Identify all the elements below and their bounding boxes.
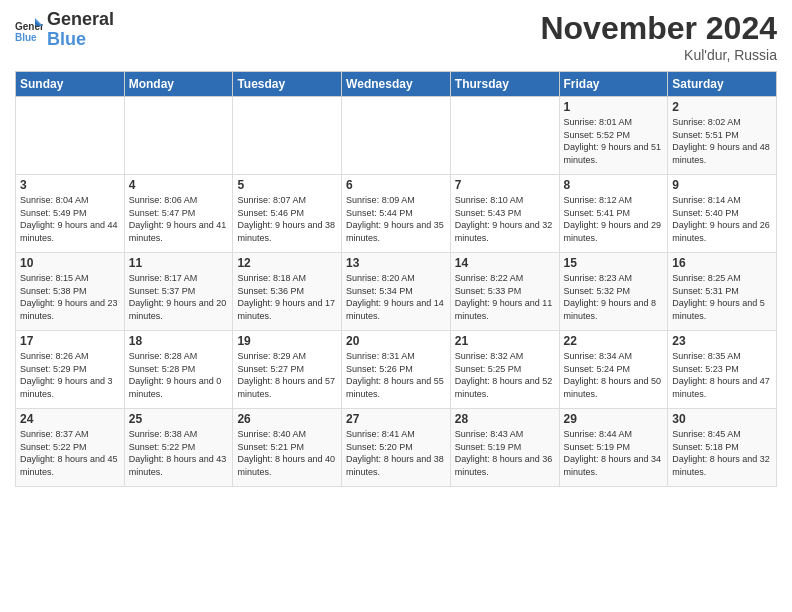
calendar-body: 1 Sunrise: 8:01 AM Sunset: 5:52 PM Dayli… xyxy=(16,97,777,487)
calendar-cell: 27 Sunrise: 8:41 AM Sunset: 5:20 PM Dayl… xyxy=(342,409,451,487)
sunrise-text: Sunrise: 8:43 AM xyxy=(455,428,555,441)
calendar-cell xyxy=(450,97,559,175)
day-number: 20 xyxy=(346,334,446,348)
sunset-text: Sunset: 5:22 PM xyxy=(129,441,229,454)
daylight-text: Daylight: 8 hours and 36 minutes. xyxy=(455,453,555,478)
calendar-cell: 1 Sunrise: 8:01 AM Sunset: 5:52 PM Dayli… xyxy=(559,97,668,175)
cell-info: Sunrise: 8:01 AM Sunset: 5:52 PM Dayligh… xyxy=(564,116,664,166)
sunrise-text: Sunrise: 8:04 AM xyxy=(20,194,120,207)
day-number: 21 xyxy=(455,334,555,348)
header-saturday: Saturday xyxy=(668,72,777,97)
sunset-text: Sunset: 5:26 PM xyxy=(346,363,446,376)
sunrise-text: Sunrise: 8:02 AM xyxy=(672,116,772,129)
daylight-text: Daylight: 9 hours and 20 minutes. xyxy=(129,297,229,322)
calendar-cell xyxy=(124,97,233,175)
sunset-text: Sunset: 5:24 PM xyxy=(564,363,664,376)
day-number: 6 xyxy=(346,178,446,192)
cell-info: Sunrise: 8:18 AM Sunset: 5:36 PM Dayligh… xyxy=(237,272,337,322)
sunset-text: Sunset: 5:36 PM xyxy=(237,285,337,298)
calendar-table: Sunday Monday Tuesday Wednesday Thursday… xyxy=(15,71,777,487)
daylight-text: Daylight: 9 hours and 0 minutes. xyxy=(129,375,229,400)
day-number: 2 xyxy=(672,100,772,114)
calendar-cell: 3 Sunrise: 8:04 AM Sunset: 5:49 PM Dayli… xyxy=(16,175,125,253)
sunrise-text: Sunrise: 8:17 AM xyxy=(129,272,229,285)
calendar-cell: 22 Sunrise: 8:34 AM Sunset: 5:24 PM Dayl… xyxy=(559,331,668,409)
sunrise-text: Sunrise: 8:01 AM xyxy=(564,116,664,129)
sunrise-text: Sunrise: 8:12 AM xyxy=(564,194,664,207)
calendar-cell xyxy=(16,97,125,175)
sunrise-text: Sunrise: 8:35 AM xyxy=(672,350,772,363)
sunset-text: Sunset: 5:43 PM xyxy=(455,207,555,220)
daylight-text: Daylight: 9 hours and 41 minutes. xyxy=(129,219,229,244)
sunset-text: Sunset: 5:44 PM xyxy=(346,207,446,220)
sunset-text: Sunset: 5:40 PM xyxy=(672,207,772,220)
day-number: 22 xyxy=(564,334,664,348)
calendar-week-4: 17 Sunrise: 8:26 AM Sunset: 5:29 PM Dayl… xyxy=(16,331,777,409)
sunrise-text: Sunrise: 8:29 AM xyxy=(237,350,337,363)
logo: General Blue General Blue xyxy=(15,10,114,50)
sunset-text: Sunset: 5:33 PM xyxy=(455,285,555,298)
cell-info: Sunrise: 8:22 AM Sunset: 5:33 PM Dayligh… xyxy=(455,272,555,322)
month-title: November 2024 xyxy=(540,10,777,47)
header-monday: Monday xyxy=(124,72,233,97)
day-number: 7 xyxy=(455,178,555,192)
day-number: 10 xyxy=(20,256,120,270)
sunrise-text: Sunrise: 8:20 AM xyxy=(346,272,446,285)
sunset-text: Sunset: 5:29 PM xyxy=(20,363,120,376)
calendar-cell: 21 Sunrise: 8:32 AM Sunset: 5:25 PM Dayl… xyxy=(450,331,559,409)
cell-info: Sunrise: 8:40 AM Sunset: 5:21 PM Dayligh… xyxy=(237,428,337,478)
header-wednesday: Wednesday xyxy=(342,72,451,97)
sunset-text: Sunset: 5:37 PM xyxy=(129,285,229,298)
calendar-cell: 24 Sunrise: 8:37 AM Sunset: 5:22 PM Dayl… xyxy=(16,409,125,487)
sunset-text: Sunset: 5:19 PM xyxy=(564,441,664,454)
calendar-cell: 16 Sunrise: 8:25 AM Sunset: 5:31 PM Dayl… xyxy=(668,253,777,331)
sunrise-text: Sunrise: 8:25 AM xyxy=(672,272,772,285)
daylight-text: Daylight: 8 hours and 38 minutes. xyxy=(346,453,446,478)
sunset-text: Sunset: 5:21 PM xyxy=(237,441,337,454)
daylight-text: Daylight: 8 hours and 47 minutes. xyxy=(672,375,772,400)
daylight-text: Daylight: 9 hours and 48 minutes. xyxy=(672,141,772,166)
sunrise-text: Sunrise: 8:10 AM xyxy=(455,194,555,207)
sunrise-text: Sunrise: 8:31 AM xyxy=(346,350,446,363)
header-thursday: Thursday xyxy=(450,72,559,97)
calendar-cell: 20 Sunrise: 8:31 AM Sunset: 5:26 PM Dayl… xyxy=(342,331,451,409)
sunrise-text: Sunrise: 8:06 AM xyxy=(129,194,229,207)
cell-info: Sunrise: 8:06 AM Sunset: 5:47 PM Dayligh… xyxy=(129,194,229,244)
sunrise-text: Sunrise: 8:38 AM xyxy=(129,428,229,441)
daylight-text: Daylight: 9 hours and 3 minutes. xyxy=(20,375,120,400)
daylight-text: Daylight: 9 hours and 17 minutes. xyxy=(237,297,337,322)
cell-info: Sunrise: 8:43 AM Sunset: 5:19 PM Dayligh… xyxy=(455,428,555,478)
cell-info: Sunrise: 8:34 AM Sunset: 5:24 PM Dayligh… xyxy=(564,350,664,400)
sunrise-text: Sunrise: 8:09 AM xyxy=(346,194,446,207)
calendar-cell: 9 Sunrise: 8:14 AM Sunset: 5:40 PM Dayli… xyxy=(668,175,777,253)
daylight-text: Daylight: 8 hours and 57 minutes. xyxy=(237,375,337,400)
day-number: 28 xyxy=(455,412,555,426)
logo-text: General Blue xyxy=(47,10,114,50)
cell-info: Sunrise: 8:10 AM Sunset: 5:43 PM Dayligh… xyxy=(455,194,555,244)
sunrise-text: Sunrise: 8:22 AM xyxy=(455,272,555,285)
sunset-text: Sunset: 5:20 PM xyxy=(346,441,446,454)
calendar-week-1: 1 Sunrise: 8:01 AM Sunset: 5:52 PM Dayli… xyxy=(16,97,777,175)
sunrise-text: Sunrise: 8:26 AM xyxy=(20,350,120,363)
sunset-text: Sunset: 5:31 PM xyxy=(672,285,772,298)
title-block: November 2024 Kul'dur, Russia xyxy=(540,10,777,63)
sunset-text: Sunset: 5:27 PM xyxy=(237,363,337,376)
calendar-cell: 8 Sunrise: 8:12 AM Sunset: 5:41 PM Dayli… xyxy=(559,175,668,253)
calendar-header-row: Sunday Monday Tuesday Wednesday Thursday… xyxy=(16,72,777,97)
day-number: 5 xyxy=(237,178,337,192)
page-header: General Blue General Blue November 2024 … xyxy=(15,10,777,63)
sunset-text: Sunset: 5:19 PM xyxy=(455,441,555,454)
calendar-cell: 17 Sunrise: 8:26 AM Sunset: 5:29 PM Dayl… xyxy=(16,331,125,409)
daylight-text: Daylight: 9 hours and 44 minutes. xyxy=(20,219,120,244)
cell-info: Sunrise: 8:15 AM Sunset: 5:38 PM Dayligh… xyxy=(20,272,120,322)
calendar-week-2: 3 Sunrise: 8:04 AM Sunset: 5:49 PM Dayli… xyxy=(16,175,777,253)
daylight-text: Daylight: 8 hours and 43 minutes. xyxy=(129,453,229,478)
sunrise-text: Sunrise: 8:34 AM xyxy=(564,350,664,363)
calendar-cell xyxy=(233,97,342,175)
sunrise-text: Sunrise: 8:45 AM xyxy=(672,428,772,441)
daylight-text: Daylight: 9 hours and 32 minutes. xyxy=(455,219,555,244)
sunset-text: Sunset: 5:22 PM xyxy=(20,441,120,454)
sunrise-text: Sunrise: 8:23 AM xyxy=(564,272,664,285)
calendar-cell: 25 Sunrise: 8:38 AM Sunset: 5:22 PM Dayl… xyxy=(124,409,233,487)
sunset-text: Sunset: 5:25 PM xyxy=(455,363,555,376)
